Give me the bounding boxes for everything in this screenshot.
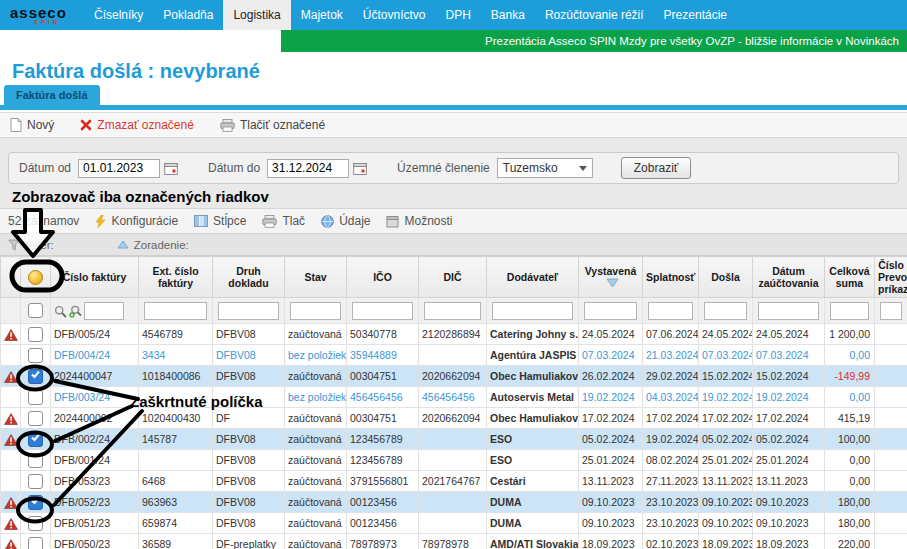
date-to-input[interactable] bbox=[267, 159, 349, 178]
calendar-icon[interactable] bbox=[353, 162, 367, 175]
table-row[interactable]: 20244000021020400430DFzaúčtovaná00304751… bbox=[1, 408, 907, 429]
row-checkbox[interactable] bbox=[28, 348, 43, 363]
konfiguracie-button[interactable]: Konfigurácie bbox=[95, 214, 178, 228]
col-header-splatnost[interactable]: Splatnosť bbox=[643, 257, 699, 298]
menu-item-majetok[interactable]: Majetok bbox=[291, 0, 353, 30]
filter-input-dodavatel[interactable] bbox=[492, 302, 573, 320]
col-header-cislo-prevodneho-prikazu[interactable]: Číslo Prevodného príkazu bbox=[875, 257, 907, 298]
row-checkbox[interactable] bbox=[28, 369, 43, 384]
table-row[interactable]: DFB/001/24DFBV08zaúčtovaná123456789ESO25… bbox=[1, 450, 907, 471]
row-select-cell bbox=[21, 366, 51, 387]
menu-item-prezentacie[interactable]: Prezentácie bbox=[654, 0, 737, 30]
filter-input-ext-cislo-faktury[interactable] bbox=[144, 302, 207, 320]
warning-column-header bbox=[1, 257, 21, 298]
print-marked-button[interactable]: Tlačiť označené bbox=[220, 118, 325, 132]
row-checkbox[interactable] bbox=[28, 516, 43, 531]
menu-item-pokladna[interactable]: Pokladňa bbox=[153, 0, 223, 30]
col-header-celkova-suma[interactable]: Celková suma bbox=[825, 257, 875, 298]
menu-item-rozuctovanie-rezii[interactable]: Rozúčtovanie réžií bbox=[535, 0, 654, 30]
filter-input-dic[interactable] bbox=[424, 302, 481, 320]
new-button[interactable]: Nový bbox=[10, 118, 54, 132]
date-from-input[interactable] bbox=[78, 159, 160, 178]
announcement-banner[interactable]: Prezentácia Asseco SPIN Mzdy pre všetky … bbox=[281, 30, 907, 52]
filter-input-datum-zauctovania[interactable] bbox=[758, 302, 819, 320]
row-checkbox[interactable] bbox=[28, 474, 43, 489]
tlac-button[interactable]: Tlač bbox=[262, 214, 305, 228]
triangle-up-icon[interactable] bbox=[117, 240, 129, 249]
row-checkbox[interactable] bbox=[28, 537, 43, 549]
udaje-button[interactable]: Údaje bbox=[321, 214, 370, 228]
filter-input-ico[interactable] bbox=[352, 302, 413, 320]
menu-item-dph[interactable]: DPH bbox=[436, 0, 481, 30]
logo-brand: asseco bbox=[10, 6, 84, 19]
col-header-dosla[interactable]: Došla bbox=[699, 257, 753, 298]
table-row[interactable]: DFB/050/2336589DF-preplatkyzaúčtovaná789… bbox=[1, 534, 907, 549]
cell-celkova-suma: 0,00 bbox=[825, 450, 875, 471]
funnel-icon[interactable] bbox=[8, 239, 20, 251]
row-checkbox[interactable] bbox=[28, 495, 43, 510]
moznosti-button[interactable]: Možnosti bbox=[386, 214, 452, 228]
table-row[interactable]: DFB/005/244546789DFBV08zaúčtovaná5034077… bbox=[1, 324, 907, 345]
show-selected-only-button[interactable] bbox=[28, 270, 43, 285]
col-header-ico[interactable]: IČO bbox=[347, 257, 419, 298]
filter-cell-vystavena bbox=[579, 298, 643, 324]
filter-input-vystavena[interactable] bbox=[584, 302, 637, 320]
row-checkbox[interactable] bbox=[28, 453, 43, 468]
table-row[interactable]: DFB/002/24145787DFBV08zaúčtovaná12345678… bbox=[1, 429, 907, 450]
filter-input-druh-dokladu[interactable] bbox=[218, 302, 279, 320]
magnifier-plus-icon[interactable] bbox=[69, 305, 82, 318]
table-row[interactable]: 20244000471018400086DFBV08zaúčtovaná0030… bbox=[1, 366, 907, 387]
print-marked-label: Tlačiť označené bbox=[240, 118, 325, 132]
territory-select[interactable]: Tuzemsko bbox=[497, 158, 593, 178]
magnifier-icon[interactable] bbox=[54, 305, 67, 318]
col-header-label: Splatnosť bbox=[646, 271, 695, 283]
delete-marked-button[interactable]: Zmazať označené bbox=[80, 118, 194, 132]
table-row[interactable]: DFB/051/23659874DFBV08zaúčtovaná00123456… bbox=[1, 513, 907, 534]
cell-stav: zaúčtovaná bbox=[285, 471, 347, 492]
filter-input-celkova-suma[interactable] bbox=[830, 302, 869, 320]
col-header-dic[interactable]: DIČ bbox=[419, 257, 487, 298]
cell-dodavatel: DUMA bbox=[487, 513, 579, 534]
cell-dic: 2020662094 bbox=[419, 366, 487, 387]
menu-item-ciselniky[interactable]: Číselníky bbox=[84, 0, 153, 30]
row-checkbox[interactable] bbox=[28, 327, 43, 342]
filter-cell-dodavatel bbox=[487, 298, 579, 324]
col-header-cislo-faktury[interactable]: Číslo faktúry bbox=[51, 257, 139, 298]
filter-input-dosla[interactable] bbox=[704, 302, 747, 320]
row-warning-cell bbox=[1, 345, 21, 366]
table-row[interactable]: DFB/052/23963963DFBV08zaúčtovaná00123456… bbox=[1, 492, 907, 513]
cell-cislo-faktury: 2024400047 bbox=[51, 366, 139, 387]
cell-druh-dokladu: DFBV08 bbox=[213, 324, 285, 345]
table-filter-row bbox=[1, 298, 907, 324]
row-checkbox[interactable] bbox=[28, 411, 43, 426]
col-header-ext-cislo-faktury[interactable]: Ext. číslo faktúry bbox=[139, 257, 213, 298]
filter-select-checkbox[interactable] bbox=[28, 303, 43, 318]
row-checkbox[interactable] bbox=[28, 432, 43, 447]
filter-label: Filter: bbox=[25, 239, 54, 251]
col-header-vystavena[interactable]: Vystavená bbox=[579, 257, 643, 298]
filter-input-stav[interactable] bbox=[290, 302, 341, 320]
row-checkbox[interactable] bbox=[28, 390, 43, 405]
content-area: Dátum od Dátum do Územné členenie Tuzems… bbox=[0, 138, 907, 549]
col-header-datum-zauctovania[interactable]: Dátum zaúčtovania bbox=[753, 257, 825, 298]
col-header-stav[interactable]: Stav bbox=[285, 257, 347, 298]
tlac-label: Tlač bbox=[282, 214, 305, 228]
menu-item-logistika[interactable]: Logistika bbox=[223, 0, 290, 30]
table-row[interactable]: DFB/004/243434DFBV08bez položiek35944889… bbox=[1, 345, 907, 366]
filter-input-splatnost[interactable] bbox=[648, 302, 693, 320]
show-button[interactable]: Zobraziť bbox=[621, 157, 692, 179]
table-row[interactable]: DFB/053/236468DFBV08zaúčtovaná3791556801… bbox=[1, 471, 907, 492]
new-button-label: Nový bbox=[27, 118, 54, 132]
filter-input-cislo-faktury[interactable] bbox=[84, 302, 124, 320]
menu-item-banka[interactable]: Banka bbox=[481, 0, 535, 30]
col-header-druh-dokladu[interactable]: Druh dokladu bbox=[213, 257, 285, 298]
tab-faktura-dosla[interactable]: Faktúra došlá bbox=[4, 85, 100, 105]
filter-input-cislo-prevodneho-prikazu[interactable] bbox=[880, 302, 902, 320]
col-header-dodavatel[interactable]: Dodávateľ bbox=[487, 257, 579, 298]
cell-celkova-suma: 100,00 bbox=[825, 429, 875, 450]
stlpce-button[interactable]: Stĺpce bbox=[194, 214, 246, 228]
cell-dodavatel: Catering Johny s.r.o. bbox=[487, 324, 579, 345]
menu-item-uctovnictvo[interactable]: Účtovníctvo bbox=[353, 0, 436, 30]
cell-ico: 78978973 bbox=[347, 534, 419, 549]
calendar-icon[interactable] bbox=[164, 162, 178, 175]
